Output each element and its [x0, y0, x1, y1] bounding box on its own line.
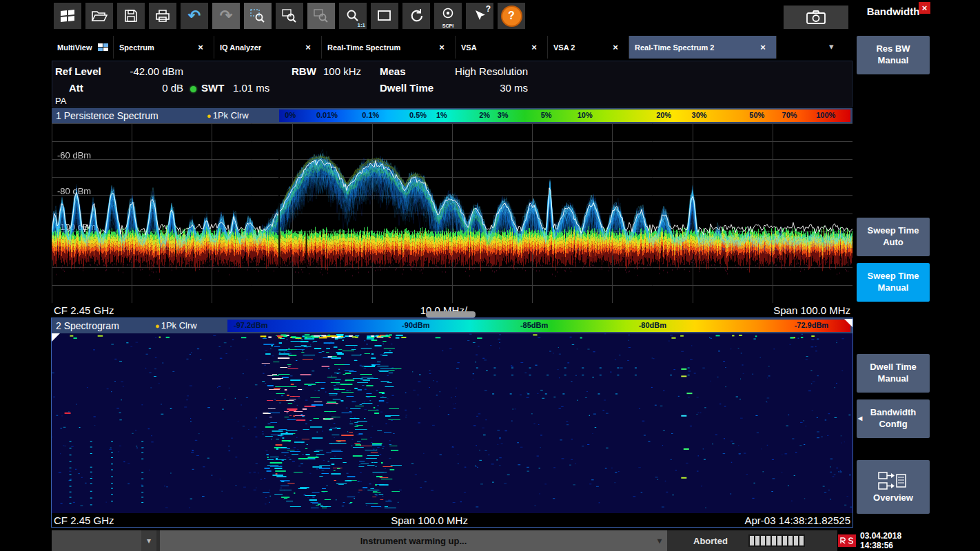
undo-icon: ↶	[188, 8, 201, 23]
softkey-overview[interactable]: Overview	[857, 460, 930, 514]
help-button[interactable]: ?	[498, 3, 525, 29]
ref-level-value[interactable]: -42.00 dBm	[105, 65, 183, 77]
context-help-button[interactable]: ?	[466, 3, 493, 29]
channel-tab-bar: MultiView Spectrum × IQ Analyzer × Real-…	[52, 36, 853, 59]
trace-dot-icon: ●	[207, 112, 212, 120]
help-icon: ?	[501, 6, 522, 27]
close-icon[interactable]: ×	[193, 41, 208, 53]
scale-label: 0%	[285, 111, 296, 119]
spectrogram-plot[interactable]	[52, 333, 853, 513]
ref-level-label: Ref Level	[55, 65, 101, 77]
tab-multiview[interactable]: MultiView	[52, 36, 114, 59]
scale-label: -97.2dBm	[234, 321, 268, 329]
undo-button[interactable]: ↶	[181, 3, 208, 29]
scpi-recorder-button[interactable]: SCPI	[434, 3, 462, 29]
multi-zoom-icon	[281, 8, 298, 24]
spectrogram-window-footer: CF 2.45 GHz Span 100.0 MHz Apr-03 14:38:…	[52, 513, 853, 527]
close-menu-button[interactable]: ×	[919, 2, 930, 14]
meas-value[interactable]: High Resolution	[451, 65, 528, 77]
scale-label: -72.9dBm	[795, 321, 829, 329]
persistence-spectrum-plot[interactable]	[52, 123, 853, 303]
zoom-mode-button[interactable]	[244, 3, 272, 29]
scale-label: -90dBm	[402, 321, 429, 329]
softkey-label: Bandwidth Config	[870, 407, 916, 430]
persistence-spectrum-window: 1 Persistence Spectrum ●1Pk Clrw 0% 0.01…	[52, 108, 853, 317]
tab-vsa-2[interactable]: VSA 2 ×	[548, 36, 629, 59]
split-display-button[interactable]	[371, 3, 398, 29]
windows-menu-button[interactable]	[54, 3, 81, 29]
tab-spectrum[interactable]: Spectrum ×	[114, 36, 214, 59]
rohde-schwarz-logo	[838, 534, 856, 547]
scale-label: 3%	[498, 111, 509, 119]
window-divider-handle[interactable]	[426, 311, 476, 318]
softkey-sweep-time-manual[interactable]: Sweep Time Manual	[857, 263, 930, 302]
rbw-value[interactable]: 100 kHz	[323, 65, 361, 77]
timestamp-readout: Apr-03 14:38:21.82525	[745, 514, 850, 526]
window-title: 2 Spectrogram	[56, 320, 119, 331]
swt-label: SWT	[201, 82, 224, 94]
close-icon[interactable]: ×	[608, 41, 623, 53]
sweep-state-label: Aborted	[693, 536, 728, 546]
softkey-label: Overview	[873, 492, 913, 504]
zoom-mode-icon	[249, 8, 266, 24]
softkey-panel: Bandwidth × Res BW Manual Sweep Time Aut…	[855, 0, 932, 551]
zoom-off-button[interactable]: 1:1	[339, 3, 367, 29]
instrument-screen: ↶ ↷	[0, 0, 980, 551]
tab-real-time-spectrum[interactable]: Real-Time Spectrum ×	[322, 36, 456, 59]
close-icon[interactable]: ×	[527, 41, 542, 53]
spectrogram-window-titlebar[interactable]: 2 Spectrogram ●1Pk Clrw -97.2dBm -90dBm …	[52, 318, 853, 333]
dwell-time-value[interactable]: 30 ms	[451, 82, 528, 94]
att-value[interactable]: 0 dB	[105, 82, 183, 94]
chevron-down-icon[interactable]: ▾	[657, 536, 662, 545]
windows-icon	[61, 10, 74, 22]
tab-label: Spectrum	[119, 43, 154, 52]
datetime-block: 03.04.2018 14:38:56	[838, 530, 932, 551]
screenshot-button[interactable]	[784, 6, 848, 29]
open-file-icon	[91, 8, 108, 23]
status-dropdown[interactable]: ▾	[52, 530, 156, 551]
spectrogram-window: 2 Spectrogram ●1Pk Clrw -97.2dBm -90dBm …	[52, 318, 853, 527]
refresh-button[interactable]	[402, 3, 430, 29]
tab-iq-analyzer[interactable]: IQ Analyzer ×	[214, 36, 322, 59]
scale-label: 70%	[782, 111, 797, 119]
center-frequency-readout: CF 2.45 GHz	[54, 304, 114, 316]
rbw-label: RBW	[292, 65, 316, 77]
softkey-bandwidth-config[interactable]: ◀ Bandwidth Config	[857, 399, 930, 438]
persistence-color-scale: 0% 0.01% 0.1% 0.5% 1% 2% 3% 5% 10% 20% 3…	[279, 110, 850, 122]
print-button[interactable]	[149, 3, 176, 29]
status-led	[190, 86, 196, 92]
multi-zoom-button[interactable]	[276, 3, 303, 29]
save-button[interactable]	[117, 3, 145, 29]
softkey-sweep-time-auto[interactable]: Sweep Time Auto	[857, 218, 930, 256]
scale-label: 2%	[479, 111, 490, 119]
scale-label: -85dBm	[520, 321, 548, 329]
scpi-recorder-icon	[441, 7, 455, 19]
scale-label: 0.5%	[409, 111, 427, 119]
scale-label: 20%	[656, 111, 671, 119]
close-icon[interactable]: ×	[300, 41, 316, 53]
scale-label: 1%	[436, 111, 447, 119]
active-window-corner-marker	[52, 333, 60, 342]
softkey-res-bw-manual[interactable]: Res BW Manual	[857, 36, 930, 74]
scpi-label: SCPI	[434, 23, 462, 28]
tab-overflow-dropdown[interactable]: ▾	[829, 41, 834, 52]
center-frequency-readout: CF 2.45 GHz	[54, 514, 114, 526]
progress-indicator	[748, 534, 805, 547]
spectrogram-color-scale: -97.2dBm -90dBm -85dBm -80dBm -72.9dBm	[227, 320, 850, 332]
softkey-dwell-time-manual[interactable]: Dwell Time Manual	[857, 354, 930, 393]
swt-value[interactable]: 1.01 ms	[233, 82, 269, 94]
tab-real-time-spectrum-2[interactable]: Real-Time Spectrum 2 ×	[629, 36, 777, 59]
tab-vsa[interactable]: VSA ×	[456, 36, 548, 59]
system-message-bar[interactable]: Instrument warming up... ▾	[160, 530, 667, 551]
system-time: 14:38:56	[860, 541, 901, 550]
system-date: 03.04.2018	[860, 531, 901, 541]
scale-label: 30%	[692, 111, 707, 119]
close-icon[interactable]: ×	[755, 41, 770, 53]
close-icon[interactable]: ×	[434, 41, 449, 53]
tab-label: MultiView	[57, 43, 92, 52]
open-file-button[interactable]	[85, 3, 113, 29]
chevron-down-icon[interactable]: ▾	[141, 530, 156, 551]
persistence-window-titlebar[interactable]: 1 Persistence Spectrum ●1Pk Clrw 0% 0.01…	[52, 108, 853, 123]
span-readout: Span 100.0 MHz	[773, 304, 850, 316]
trace-label: 1Pk Clrw	[161, 320, 197, 331]
